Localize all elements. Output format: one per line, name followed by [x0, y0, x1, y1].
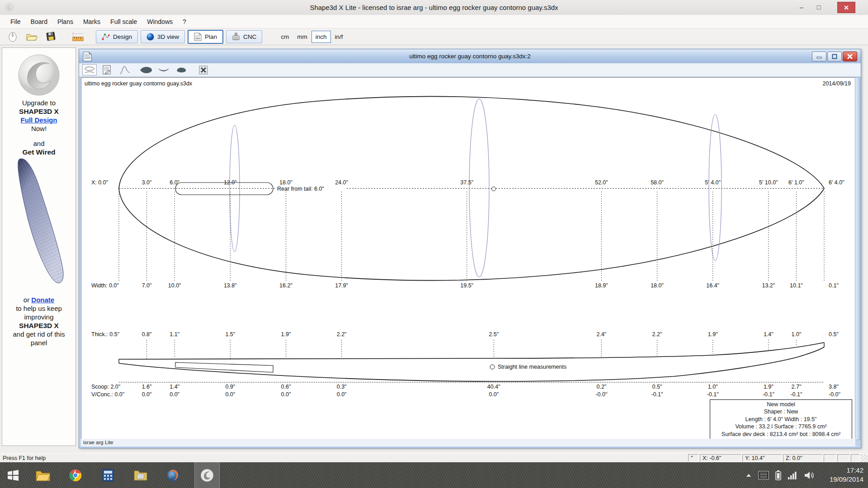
- maximize-button[interactable]: □: [811, 2, 826, 12]
- board-drawing: Rear from tail: 6.0" Straight line measu…: [81, 78, 855, 440]
- info-model: New model: [710, 401, 852, 408]
- spec-sheet-button[interactable]: [100, 64, 114, 75]
- menu-windows[interactable]: Windows: [142, 15, 178, 28]
- curve-view-button[interactable]: [118, 64, 132, 75]
- unit-inch[interactable]: inch: [311, 31, 331, 43]
- inner-title-bar[interactable]: ultimo egg rocker guay contorno guay.s3d…: [79, 49, 861, 64]
- unit-inf[interactable]: in/f: [331, 31, 347, 42]
- x_row-label: 58.0": [651, 179, 664, 186]
- vconc_row-label: -0.1": [707, 391, 719, 398]
- taskbar-files[interactable]: [129, 462, 152, 488]
- x_row-label: 6' 1.0": [788, 179, 804, 186]
- taskbar-clock[interactable]: 17:42 19/09/2014: [830, 466, 863, 484]
- rid-line: and get rid of this: [2, 330, 75, 338]
- inner-minimize-button[interactable]: [812, 52, 826, 61]
- thick_row-label: 1.9": [708, 331, 718, 338]
- now-line: Now!: [2, 124, 75, 133]
- status-y-cell: Y: 10.4": [742, 454, 782, 462]
- mouse-tool-icon[interactable]: [6, 31, 19, 42]
- save-icon[interactable]: [44, 31, 57, 42]
- menu-fullscale[interactable]: Full scale: [105, 15, 142, 28]
- taskbar-firefox[interactable]: [162, 462, 184, 488]
- rocker-solid-button[interactable]: [156, 64, 171, 75]
- shape3d-app-window: Shape3d X Lite - licensed to israe arg -…: [0, 0, 868, 488]
- info-surface: Surface dev deck : 8213.4 cm² bot : 8098…: [710, 431, 852, 438]
- tray-volume-icon[interactable]: [804, 471, 815, 480]
- thick_row-label: 1.4": [764, 331, 774, 338]
- vconc_row-label: -0.1": [651, 391, 663, 398]
- model-info-box: New model Shaper : New Length : 6' 4.0" …: [710, 399, 852, 439]
- status-x-cell: X: -0.6": [700, 454, 741, 462]
- full-design-link[interactable]: Full Design: [21, 116, 57, 124]
- vconc_row-label: -0.0": [829, 391, 840, 398]
- 3d-view-button-label: 3D view: [157, 33, 179, 40]
- center-marker: [492, 187, 496, 191]
- unit-cm[interactable]: cm: [277, 31, 293, 42]
- x_row-label: 12.0": [224, 179, 237, 186]
- status-help-text: Press F1 for help: [3, 454, 46, 463]
- brand-line: SHAPE3D X: [2, 107, 75, 116]
- tray-battery-icon[interactable]: [775, 470, 781, 480]
- donate-link[interactable]: Donate: [31, 296, 54, 304]
- x_row-label: 5' 4.0": [705, 179, 721, 186]
- start-button[interactable]: [0, 462, 26, 488]
- chrome-icon: [69, 469, 82, 482]
- unit-mm[interactable]: mm: [293, 31, 311, 42]
- inner-restore-button[interactable]: [827, 52, 842, 61]
- status-z-cell: Z: 0.0": [783, 454, 823, 462]
- thickness-solid-button[interactable]: [174, 64, 189, 75]
- info-length: Length : 6' 4.0" Width : 19.5": [710, 416, 852, 423]
- and-line: and: [2, 139, 75, 148]
- clock-date: 19/09/2014: [830, 475, 863, 484]
- taskbar-shape3d-active[interactable]: [194, 462, 220, 488]
- menu-help[interactable]: ?: [178, 15, 191, 28]
- thick_row-prefix: Thick.: 0.5": [91, 331, 119, 338]
- tray-signal-icon[interactable]: [788, 471, 797, 480]
- status-bar: Press F1 for help " X: -0.6" Y: 10.4" Z:…: [0, 453, 868, 463]
- plan-view-canvas[interactable]: ultimo egg rocker guay contorno guay.s3d…: [81, 77, 855, 440]
- rear-from-tail-label: Rear from tail: 6.0": [277, 186, 324, 192]
- x_row-label: 3.0": [142, 179, 152, 186]
- design-button[interactable]: Design: [96, 30, 138, 43]
- inner-close-button[interactable]: [843, 52, 857, 61]
- tray-expand-icon[interactable]: [745, 473, 752, 478]
- open-folder-icon[interactable]: [25, 31, 38, 42]
- slice-curve-2: [469, 99, 489, 277]
- upgrade-panel: Upgrade to SHAPE3D X Full Design Now! an…: [2, 47, 76, 446]
- plan-button[interactable]: Plan: [188, 30, 223, 44]
- outline-view-button[interactable]: [82, 64, 97, 75]
- 3d-view-button[interactable]: 3D view: [141, 30, 185, 43]
- cnc-icon: [232, 33, 240, 41]
- x_row-label: 6' 4.0": [829, 179, 844, 186]
- close-button[interactable]: ✕: [837, 2, 855, 13]
- scoop_row-label: 1.9": [764, 384, 774, 390]
- taskbar-explorer[interactable]: [32, 462, 54, 488]
- slice-curve-3: [709, 114, 722, 261]
- plan-solid-button[interactable]: [139, 64, 153, 75]
- sphere-icon: [146, 33, 154, 41]
- cnc-button[interactable]: CNC: [226, 30, 262, 43]
- thick_row-label: 2.5": [489, 331, 499, 338]
- export-spreadsheet-button[interactable]: [196, 64, 211, 75]
- taskbar-chrome[interactable]: [64, 462, 87, 488]
- tool-bar: Design 3D view Plan CNC cm mm inch in/f: [0, 28, 868, 45]
- width_row-label: 18.9": [595, 282, 608, 289]
- dimensions-icon[interactable]: [71, 31, 84, 42]
- tray-keyboard-icon[interactable]: [758, 470, 769, 480]
- board-document-window: ultimo egg rocker guay contorno guay.s3d…: [79, 49, 861, 448]
- system-tray: [745, 462, 815, 488]
- minimize-button[interactable]: –: [794, 2, 809, 12]
- calculator-icon: [102, 469, 114, 482]
- menu-file[interactable]: File: [5, 15, 26, 28]
- taskbar-calculator[interactable]: [97, 462, 119, 488]
- resize-grip[interactable]: [861, 454, 868, 462]
- menu-plans[interactable]: Plans: [52, 15, 78, 28]
- menu-board[interactable]: Board: [26, 15, 52, 28]
- scoop_row-label: 0.5": [652, 384, 662, 390]
- inner-window-title: ultimo egg rocker guay contorno guay.s3d…: [79, 49, 861, 63]
- menu-marks[interactable]: Marks: [78, 15, 105, 28]
- width_row-label: 13.2": [762, 282, 775, 289]
- vertical-scrollbar[interactable]: [855, 77, 860, 440]
- vconc_row-label: 0.0": [489, 391, 499, 398]
- width_row-label: 16.4": [706, 282, 719, 289]
